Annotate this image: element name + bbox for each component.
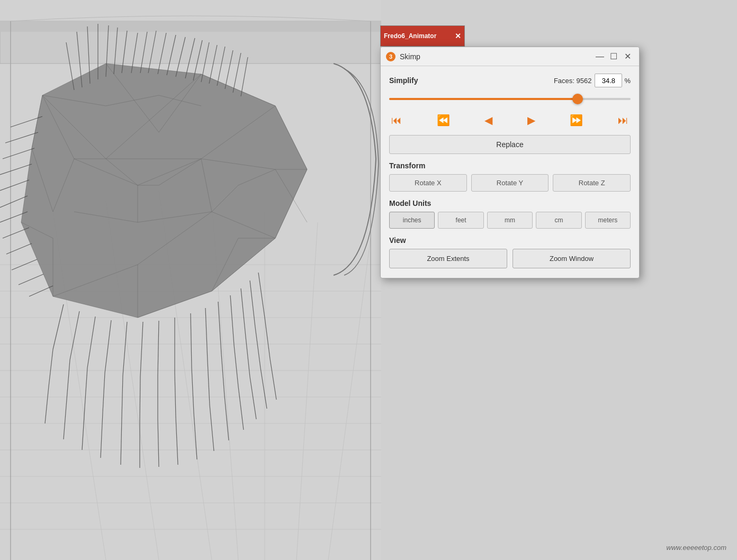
svg-rect-20 [0, 21, 381, 32]
dialog-titlebar: 3 Skimp — ☐ ✕ [381, 47, 639, 66]
skimp-dialog: 3 Skimp — ☐ ✕ Simplify Faces: 9562 % ⏮ ⏪… [380, 47, 640, 278]
model-units-label: Model Units [389, 199, 631, 207]
animator-window[interactable]: Fredo6_Animator ✕ [380, 25, 465, 47]
percent-symbol: % [624, 77, 631, 85]
prev-fast-button[interactable]: ⏪ [435, 113, 452, 128]
percent-input[interactable] [595, 74, 622, 87]
view-row: Zoom Extents Zoom Window [389, 249, 631, 268]
slider-thumb[interactable] [572, 94, 583, 104]
watermark: www.eeeeetop.com [667, 544, 726, 552]
rotate-y-button[interactable]: Rotate Y [471, 174, 549, 192]
maximize-button[interactable]: ☐ [607, 50, 620, 63]
faces-label: Faces: 9562 [554, 77, 592, 85]
first-frame-button[interactable]: ⏮ [389, 113, 404, 128]
simplify-slider[interactable] [389, 93, 631, 105]
unit-cm-button[interactable]: cm [536, 212, 581, 229]
slider-fill [389, 98, 578, 100]
zoom-extents-button[interactable]: Zoom Extents [389, 249, 507, 268]
last-frame-button[interactable]: ⏭ [616, 113, 631, 128]
unit-inches-button[interactable]: inches [389, 212, 435, 229]
next-fast-button[interactable]: ⏩ [568, 113, 585, 128]
animator-close-btn[interactable]: ✕ [455, 32, 461, 40]
minimize-button[interactable]: — [594, 50, 606, 63]
close-button[interactable]: ✕ [621, 50, 634, 63]
replace-button[interactable]: Replace [389, 135, 631, 154]
dialog-content: Simplify Faces: 9562 % ⏮ ⏪ ◀ ▶ ⏩ ⏭ Repla… [381, 66, 639, 278]
simplify-row: Simplify Faces: 9562 % [389, 74, 631, 87]
playback-controls: ⏮ ⏪ ◀ ▶ ⏩ ⏭ [389, 113, 631, 128]
next-button[interactable]: ▶ [525, 113, 537, 128]
unit-feet-button[interactable]: feet [438, 212, 483, 229]
slider-track [389, 98, 631, 100]
transform-row: Rotate X Rotate Y Rotate Z [389, 174, 631, 192]
rotate-z-button[interactable]: Rotate Z [553, 174, 631, 192]
simplify-label: Simplify [389, 76, 418, 85]
view-label: View [389, 236, 631, 245]
transform-label: Transform [389, 161, 631, 170]
zoom-window-button[interactable]: Zoom Window [513, 249, 631, 268]
unit-mm-button[interactable]: mm [487, 212, 533, 229]
watermark-text: www.eeeeetop.com [667, 544, 726, 552]
unit-meters-button[interactable]: meters [585, 212, 631, 229]
prev-button[interactable]: ◀ [482, 113, 495, 128]
units-row: inches feet mm cm meters [389, 212, 631, 229]
skimp-icon: 3 [386, 52, 396, 61]
animator-title: Fredo6_Animator [384, 32, 455, 40]
rotate-x-button[interactable]: Rotate X [389, 174, 467, 192]
dialog-title: Skimp [400, 52, 592, 61]
